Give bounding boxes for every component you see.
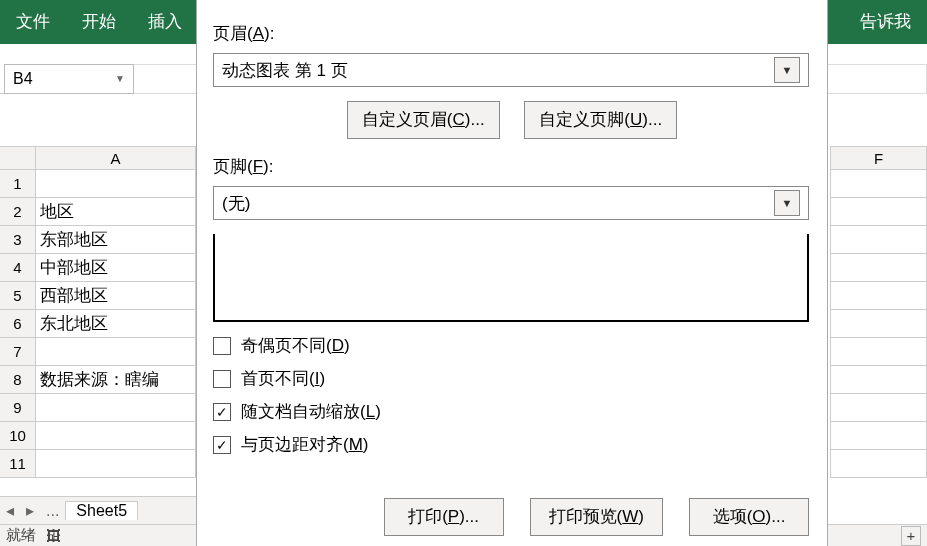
footer-combo-value: (无) [222, 192, 774, 215]
chevron-down-icon[interactable]: ▼ [774, 190, 800, 216]
chevron-down-icon[interactable]: ▼ [115, 73, 125, 84]
checkbox-odd-even[interactable] [213, 337, 231, 355]
name-box-value: B4 [13, 70, 33, 88]
row-header[interactable]: 8 [0, 366, 36, 393]
tab-file[interactable]: 文件 [0, 0, 66, 44]
cell[interactable]: 东北地区 [36, 310, 196, 337]
tab-insert[interactable]: 插入 [132, 0, 198, 44]
cell[interactable] [830, 394, 927, 422]
cell[interactable] [36, 338, 196, 365]
status-ready: 就绪 [6, 526, 36, 545]
cell[interactable] [830, 310, 927, 338]
row-header[interactable]: 4 [0, 254, 36, 281]
cell[interactable] [36, 450, 196, 477]
checkbox-first-diff-label: 首页不同(I) [241, 367, 325, 390]
cell[interactable]: 中部地区 [36, 254, 196, 281]
checkbox-first-diff[interactable] [213, 370, 231, 388]
spreadsheet-right: F [830, 146, 927, 478]
sheet-nav-next-icon[interactable]: ▸ [20, 501, 40, 520]
cell[interactable] [830, 198, 927, 226]
cell[interactable] [830, 170, 927, 198]
cell[interactable] [830, 450, 927, 478]
column-header-a[interactable]: A [36, 147, 196, 169]
footer-preview [213, 234, 809, 322]
cell[interactable]: 西部地区 [36, 282, 196, 309]
chevron-down-icon[interactable]: ▼ [774, 57, 800, 83]
macro-icon[interactable]: 🖽 [46, 527, 61, 544]
custom-header-button[interactable]: 自定义页眉(C)... [347, 101, 500, 139]
cell[interactable]: 地区 [36, 198, 196, 225]
row-header[interactable]: 3 [0, 226, 36, 253]
cell[interactable] [830, 338, 927, 366]
row-header[interactable]: 1 [0, 170, 36, 197]
options-button[interactable]: 选项(O)... [689, 498, 809, 536]
row-header[interactable]: 6 [0, 310, 36, 337]
cell[interactable]: 东部地区 [36, 226, 196, 253]
zoom-plus-button[interactable]: + [901, 526, 921, 546]
sheet-nav-prev-icon[interactable]: ◂ [0, 501, 20, 520]
footer-label: 页脚(F): [213, 155, 811, 178]
checkbox-align[interactable] [213, 436, 231, 454]
cell[interactable] [830, 226, 927, 254]
page-setup-dialog: 页眉(A): 动态图表 第 1 页 ▼ 自定义页眉(C)... 自定义页脚(U)… [196, 0, 828, 546]
cell[interactable] [36, 170, 196, 197]
header-combo[interactable]: 动态图表 第 1 页 ▼ [213, 53, 809, 87]
row-header[interactable]: 11 [0, 450, 36, 477]
cell[interactable] [830, 254, 927, 282]
sheet-tabs: ◂ ▸ ... Sheet5 [0, 496, 200, 524]
checkbox-scale[interactable] [213, 403, 231, 421]
header-label: 页眉(A): [213, 22, 811, 45]
cell[interactable] [36, 394, 196, 421]
spreadsheet-left: A 1 2地区 3东部地区 4中部地区 5西部地区 6东北地区 7 8数据来源：… [0, 146, 200, 478]
cell[interactable] [830, 422, 927, 450]
cell[interactable]: 数据来源：瞎编 [36, 366, 196, 393]
cell[interactable] [36, 422, 196, 449]
tab-home[interactable]: 开始 [66, 0, 132, 44]
sheet-tab[interactable]: Sheet5 [65, 501, 138, 520]
sheet-nav-more-icon[interactable]: ... [40, 502, 65, 520]
checkbox-scale-label: 随文档自动缩放(L) [241, 400, 381, 423]
print-preview-button[interactable]: 打印预览(W) [530, 498, 663, 536]
print-button[interactable]: 打印(P)... [384, 498, 504, 536]
row-header[interactable]: 9 [0, 394, 36, 421]
checkbox-align-label: 与页边距对齐(M) [241, 433, 369, 456]
column-header-f[interactable]: F [830, 146, 927, 170]
cell[interactable] [830, 366, 927, 394]
footer-combo[interactable]: (无) ▼ [213, 186, 809, 220]
tab-tellme[interactable]: 告诉我 [844, 0, 927, 44]
row-header[interactable]: 5 [0, 282, 36, 309]
row-header[interactable]: 2 [0, 198, 36, 225]
select-all-corner[interactable] [0, 147, 36, 169]
header-combo-value: 动态图表 第 1 页 [222, 59, 774, 82]
cell[interactable] [830, 282, 927, 310]
name-box[interactable]: B4 ▼ [4, 64, 134, 94]
row-header[interactable]: 10 [0, 422, 36, 449]
checkbox-odd-even-label: 奇偶页不同(D) [241, 334, 350, 357]
custom-footer-button[interactable]: 自定义页脚(U)... [524, 101, 677, 139]
row-header[interactable]: 7 [0, 338, 36, 365]
